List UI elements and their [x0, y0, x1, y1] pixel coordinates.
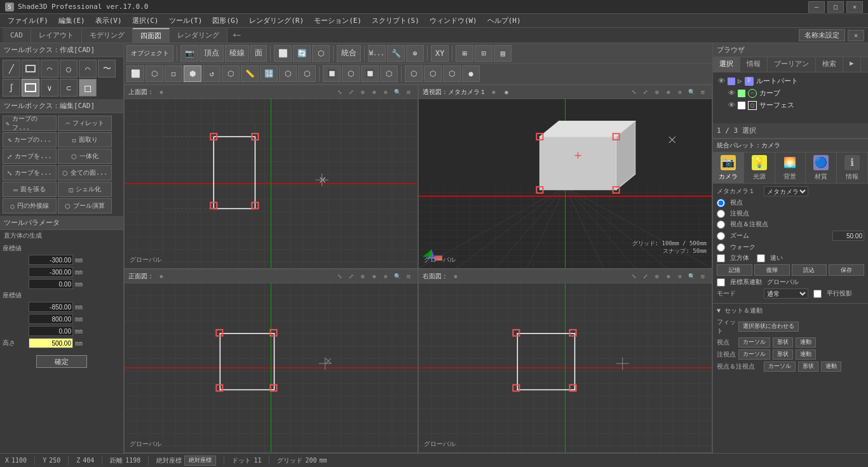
front-view[interactable]: 正面図： ⊕ ⤡ ⤢ ⚙ ⊕ ⊖ 🔍 ⊡ — [124, 269, 418, 453]
edit-all-faces[interactable]: ⬡ 全ての面... — [58, 165, 112, 180]
right-ctrl5[interactable]: ⊖ — [675, 271, 685, 281]
tool2-5[interactable]: ↺ — [203, 65, 220, 82]
tool-box[interactable] — [22, 79, 39, 97]
tool2-8[interactable]: 🔢 — [260, 65, 278, 82]
z2-input[interactable] — [29, 326, 73, 336]
persp-ctrl6[interactable]: 🔍 — [686, 87, 696, 97]
height-input[interactable] — [29, 338, 73, 348]
radio-walk-input[interactable] — [717, 243, 725, 252]
top-view-ctrl4[interactable]: ⊕ — [369, 87, 379, 97]
persp-ctrl2[interactable]: ⤢ — [641, 87, 651, 97]
confirm-button[interactable]: 確定 — [36, 355, 87, 368]
close-tab-button[interactable]: ✕ — [848, 30, 864, 41]
tool2-7[interactable]: 📏 — [241, 65, 259, 82]
right-ctrl6[interactable]: 🔍 — [686, 271, 696, 281]
grid-button[interactable]: ⊞ — [456, 45, 473, 62]
focus-shape-btn[interactable]: 形状 — [773, 349, 793, 360]
tool-bezier[interactable]: ∫ — [3, 79, 20, 97]
face-mode[interactable]: 面 — [250, 45, 267, 62]
front-ctrl1[interactable]: ⤡ — [335, 271, 345, 281]
vertex-mode[interactable]: 頂点 — [200, 45, 224, 62]
top-view-ctrl1[interactable]: ⤡ — [335, 87, 345, 97]
cam-tab-info[interactable]: ℹ 情報 — [837, 152, 868, 183]
persp-ctrl5[interactable]: ⊖ — [675, 87, 685, 97]
x1-input[interactable] — [29, 255, 73, 265]
perspective-icon[interactable]: ⊡ — [475, 45, 492, 62]
tool-curved-line[interactable]: ⊂ — [60, 79, 78, 97]
tree-root[interactable]: 👁 ▷ P ルートパート — [715, 75, 865, 87]
x2-input[interactable] — [29, 302, 73, 312]
refresh-button[interactable]: 🔄 — [293, 45, 311, 62]
cam-tab-material[interactable]: 🔵 材質 — [806, 152, 837, 183]
minimize-button[interactable]: — — [808, 1, 825, 13]
parallel-checkbox[interactable] — [813, 290, 822, 298]
menu-item-r[interactable]: レンダリング(R) — [244, 15, 309, 27]
top-view-icon[interactable]: ⊕ — [156, 87, 166, 97]
menu-item-w[interactable]: ウィンドウ(W) — [424, 15, 482, 27]
menu-item-c[interactable]: 選択(C) — [127, 15, 164, 27]
tree-curve[interactable]: 👁 ⌒ カーブ — [715, 87, 865, 99]
right-ctrl1[interactable]: ⤡ — [629, 271, 639, 281]
tool-rect[interactable] — [22, 60, 39, 78]
settings-icon[interactable]: 🔧 — [387, 45, 405, 62]
viewpoint-link-btn[interactable]: 連動 — [796, 337, 816, 348]
edit-merge[interactable]: ⬡ 一体化 — [58, 149, 112, 164]
browser-tab-boolean[interactable]: ブーリアン — [768, 57, 816, 72]
camera-select[interactable]: メタカメラ１ — [764, 186, 808, 196]
persp-ctrl3[interactable]: ⚙ — [652, 87, 662, 97]
both-link-btn[interactable]: 連動 — [821, 362, 841, 372]
tool-line[interactable]: ╱ — [3, 60, 20, 78]
tab-layout[interactable]: レイアウト — [31, 28, 82, 43]
tool2-9[interactable]: ⬡ — [279, 65, 297, 82]
tool2-14[interactable]: ⬡ — [380, 65, 398, 82]
focus-link-btn[interactable]: 連動 — [796, 349, 816, 360]
perspective-view[interactable]: 透視図：メタカメラ１ ⊕ ● ⤡ ⤢ ⚙ ⊕ ⊖ 🔍 ⊡ — [418, 85, 712, 269]
edit-curve1[interactable]: ✎ カーブの... — [3, 132, 57, 147]
browser-tab-info[interactable]: 情報 — [740, 57, 768, 72]
tool-arc[interactable]: ⌒ — [41, 60, 58, 78]
tab-rendering[interactable]: レンダリング — [170, 28, 227, 43]
tool-3d-box[interactable]: □ — [79, 79, 97, 97]
persp-icon1[interactable]: ⊕ — [489, 87, 499, 97]
read-button[interactable]: 読込 — [792, 264, 827, 276]
edit-curve3[interactable]: ⤡ カーブを... — [3, 165, 57, 180]
menu-item-e[interactable]: 編集(E) — [53, 15, 90, 27]
top-view-ctrl5[interactable]: ⊖ — [381, 87, 391, 97]
top-view[interactable]: 上面図： ⊕ ⤡ ⤢ ⚙ ⊕ ⊖ 🔍 ⊡ — [124, 85, 418, 269]
tool2-1[interactable]: ⬜ — [126, 65, 144, 82]
browser-tab-expand[interactable]: ▶ — [843, 57, 861, 72]
edit-fillet[interactable]: ⌒ フィレット — [58, 116, 112, 131]
cam-tab-light[interactable]: 💡 光源 — [744, 152, 775, 183]
cuboid-checkbox[interactable] — [717, 254, 725, 262]
close-button[interactable]: ✕ — [846, 1, 863, 13]
browser-tab-search[interactable]: 検索 — [816, 57, 843, 72]
menu-item-f[interactable]: ファイル(F) — [3, 15, 53, 27]
right-view-icon[interactable]: ⊕ — [451, 271, 461, 281]
view-frame[interactable]: ⬜ — [274, 45, 292, 62]
object-mode-button[interactable]: オブジェクト — [126, 45, 173, 62]
front-ctrl6[interactable]: 🔍 — [392, 271, 402, 281]
fast-checkbox[interactable] — [757, 254, 765, 262]
menu-item-g[interactable]: 図形(G) — [207, 15, 244, 27]
maximize-button[interactable]: □ — [827, 1, 844, 13]
persp-ctrl1[interactable]: ⤡ — [629, 87, 639, 97]
edit-curve-filter[interactable]: ✎ カーブのフ... — [3, 116, 57, 131]
zoom-input[interactable] — [832, 231, 864, 241]
menu-item-v[interactable]: 表示(V) — [90, 15, 127, 27]
y2-input[interactable] — [29, 314, 73, 324]
add-icon[interactable]: ⊕ — [406, 45, 424, 62]
tool-circle[interactable]: ○ — [60, 60, 78, 78]
front-ctrl5[interactable]: ⊖ — [381, 271, 391, 281]
tool2-17[interactable]: ⬡ — [443, 65, 461, 82]
top-view-ctrl3[interactable]: ⚙ — [358, 87, 368, 97]
persp-ctrl7[interactable]: ⊡ — [698, 87, 708, 97]
focus-cursor-btn[interactable]: カーソル — [738, 349, 770, 360]
right-ctrl7[interactable]: ⊡ — [698, 271, 708, 281]
y1-input[interactable] — [29, 267, 73, 277]
menu-item-s[interactable]: スクリプト(S) — [367, 15, 424, 27]
persp-ctrl4[interactable]: ⊕ — [663, 87, 674, 97]
edit-boolean[interactable]: ⬡ ブール演算 — [58, 198, 112, 213]
right-ctrl4[interactable]: ⊕ — [663, 271, 674, 281]
unify-button[interactable]: 統合 — [337, 45, 361, 62]
top-view-ctrl7[interactable]: ⊡ — [403, 87, 414, 97]
